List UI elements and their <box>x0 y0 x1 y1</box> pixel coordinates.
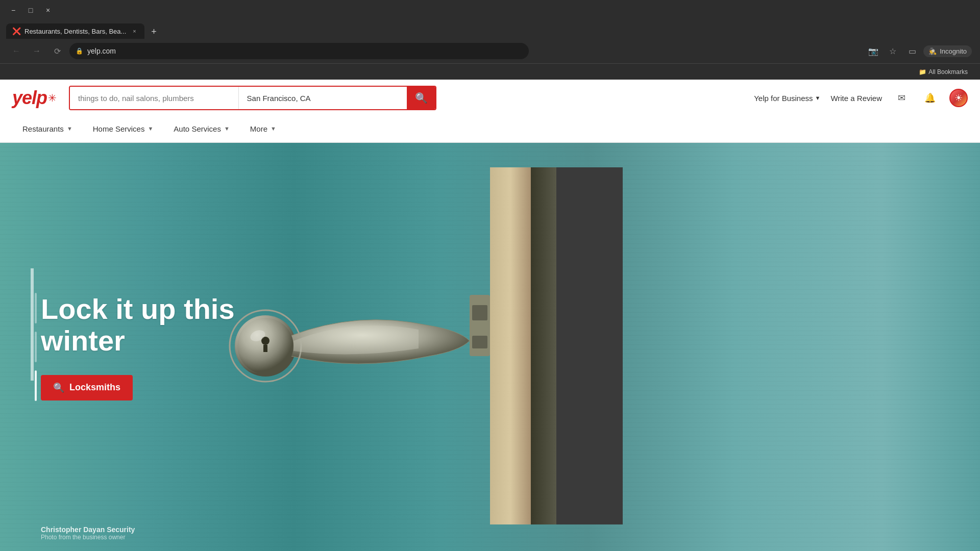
minimize-button[interactable]: − <box>6 3 20 17</box>
svg-rect-0 <box>490 167 531 524</box>
yelp-for-business-link[interactable]: Yelp for Business ▼ <box>754 94 820 103</box>
hero-title: Lock it up this winter <box>41 293 265 356</box>
search-container: 🔍 <box>69 86 436 110</box>
svg-rect-1 <box>531 167 556 524</box>
incognito-icon: 🕵 <box>928 47 937 55</box>
slide-dot-1[interactable] <box>35 293 37 323</box>
svg-rect-5 <box>472 336 487 348</box>
yelp-logo-burst: ✳ <box>48 92 57 104</box>
hero-title-line2: winter <box>41 324 125 357</box>
notifications-icon-button[interactable]: 🔔 <box>921 89 939 107</box>
toolbar-right: 📷 ☆ ▭ 🕵 Incognito <box>865 43 972 59</box>
locksmiths-button[interactable]: 🔍 Locksmiths <box>41 375 133 400</box>
incognito-badge[interactable]: 🕵 Incognito <box>923 45 972 57</box>
tab-favicon: ❌ <box>12 27 20 35</box>
new-tab-button[interactable]: + <box>146 24 161 39</box>
tab-close-button[interactable]: × <box>130 27 138 35</box>
search-what-input[interactable] <box>70 87 239 109</box>
hero-title-line1: Lock it up this <box>41 293 235 325</box>
address-bar[interactable]: 🔒 yelp.com <box>69 43 529 59</box>
restaurants-chevron: ▼ <box>67 126 72 132</box>
more-label: More <box>250 124 267 133</box>
yelp-for-business-label: Yelp for Business <box>754 94 813 103</box>
chevron-down-icon: ▼ <box>815 95 821 101</box>
bookmarks-label: All Bookmarks <box>928 68 968 76</box>
auto-services-label: Auto Services <box>174 124 221 133</box>
yelp-logo-text: yelp <box>12 87 47 109</box>
nav-item-restaurants[interactable]: Restaurants ▼ <box>12 116 83 142</box>
avatar-icon: ☀ <box>954 92 963 104</box>
star-button[interactable]: ☆ <box>885 43 901 59</box>
bell-icon: 🔔 <box>924 92 936 104</box>
forward-button[interactable]: → <box>29 43 45 59</box>
yelp-header: yelp ✳ 🔍 Yelp for Business ▼ Write a Rev… <box>0 80 980 116</box>
incognito-label: Incognito <box>940 47 967 55</box>
close-button[interactable]: × <box>41 3 55 17</box>
folder-icon: 📁 <box>919 68 926 76</box>
photo-credit-name: Christopher Dayan Security <box>41 525 135 534</box>
bookmarks-bar: 📁 All Bookmarks <box>0 63 980 80</box>
write-review-link[interactable]: Write a Review <box>830 94 882 103</box>
locksmiths-search-icon: 🔍 <box>53 382 64 393</box>
search-icon: 🔍 <box>415 92 428 104</box>
browser-chrome: − □ × ❌ Restaurants, Dentists, Bars, Bea… <box>0 0 980 80</box>
bookmark-all-bookmarks[interactable]: 📁 All Bookmarks <box>915 66 972 78</box>
tab-title: Restaurants, Dentists, Bars, Bea... <box>24 28 126 35</box>
browser-titlebar: − □ × <box>0 0 980 20</box>
photo-credit: Christopher Dayan Security Photo from th… <box>41 525 135 541</box>
yelp-logo[interactable]: yelp ✳ <box>12 87 57 109</box>
yelp-nav: Restaurants ▼ Home Services ▼ Auto Servi… <box>0 116 980 143</box>
back-button[interactable]: ← <box>8 43 24 59</box>
camera-icon-button[interactable]: 📷 <box>865 43 881 59</box>
hero-accent-bar <box>31 268 34 381</box>
home-services-chevron: ▼ <box>148 126 153 132</box>
cast-button[interactable]: ▭ <box>904 43 920 59</box>
slide-dot-3[interactable] <box>35 370 37 401</box>
reload-button[interactable]: ⟳ <box>49 43 65 59</box>
search-where-input[interactable] <box>239 87 407 109</box>
user-avatar-button[interactable]: ☀ <box>949 89 968 107</box>
hero-section: Lock it up this winter 🔍 Locksmiths Chri… <box>0 143 980 551</box>
slide-dot-2[interactable] <box>35 332 37 362</box>
browser-toolbar: ← → ⟳ 🔒 yelp.com 📷 ☆ ▭ 🕵 Incognito <box>0 39 980 63</box>
locksmiths-label: Locksmiths <box>69 382 120 393</box>
active-tab[interactable]: ❌ Restaurants, Dentists, Bars, Bea... × <box>6 23 144 39</box>
home-services-label: Home Services <box>93 124 145 133</box>
yelp-page: yelp ✳ 🔍 Yelp for Business ▼ Write a Rev… <box>0 80 980 551</box>
svg-rect-4 <box>472 305 487 320</box>
restaurants-label: Restaurants <box>22 124 64 133</box>
messages-icon-button[interactable]: ✉ <box>892 89 911 107</box>
slide-indicators <box>35 293 37 401</box>
photo-credit-sub: Photo from the business owner <box>41 534 135 541</box>
nav-item-more[interactable]: More ▼ <box>240 116 286 142</box>
search-button[interactable]: 🔍 <box>407 87 435 109</box>
nav-item-auto-services[interactable]: Auto Services ▼ <box>163 116 239 142</box>
window-controls: − □ × <box>6 3 55 17</box>
messages-icon: ✉ <box>898 92 905 104</box>
header-right: Yelp for Business ▼ Write a Review ✉ 🔔 ☀ <box>754 89 968 107</box>
nav-item-home-services[interactable]: Home Services ▼ <box>83 116 164 142</box>
secure-icon: 🔒 <box>76 47 83 55</box>
url-display: yelp.com <box>87 47 523 55</box>
auto-services-chevron: ▼ <box>224 126 230 132</box>
write-review-label: Write a Review <box>830 94 882 103</box>
hero-content: Lock it up this winter 🔍 Locksmiths <box>0 143 296 551</box>
more-chevron: ▼ <box>271 126 276 132</box>
svg-rect-2 <box>556 167 623 524</box>
maximize-button[interactable]: □ <box>23 3 38 17</box>
tab-bar: ❌ Restaurants, Dentists, Bars, Bea... × … <box>0 20 980 39</box>
